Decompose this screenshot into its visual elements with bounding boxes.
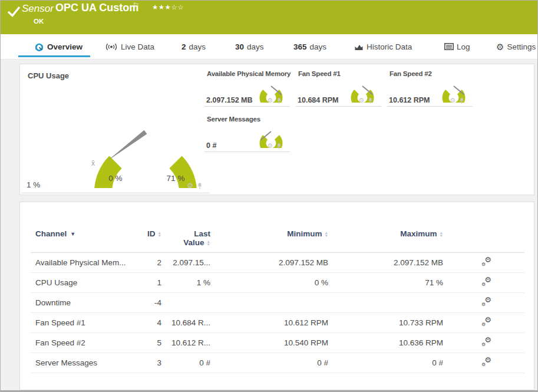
tab-label: Live Data — [121, 42, 154, 51]
area-chart-icon — [354, 43, 364, 51]
sensor-name: OPC UA Custom — [55, 2, 138, 14]
mini-gauge-tile: Available Physical Memory 2.097.152 MB ⚙ — [204, 69, 290, 107]
tab-30-days[interactable]: 30 days — [235, 34, 264, 59]
column-header-maximum[interactable]: Maximum▲▼ — [328, 229, 443, 238]
tab-number: 2 — [181, 42, 186, 51]
table-row: Downtime -4 ⚙⚙ — [31, 293, 524, 313]
channels-table: Channel▼ ID▲▼ LastValue▲▼ Minimum▲▼ Maxi… — [31, 202, 524, 373]
tab-label: Settings — [507, 42, 536, 51]
status-badge: OK — [34, 18, 44, 25]
mini-gauge-tile: Fan Speed #2 10.612 RPM ⚙ — [387, 69, 473, 107]
tab-label: Historic Data — [367, 42, 412, 51]
cell-minimum: 10.540 RPM — [210, 338, 328, 347]
cell-maximum: 2.097.152 MB — [328, 258, 443, 267]
table-header-row: Channel▼ ID▲▼ LastValue▲▼ Minimum▲▼ Maxi… — [31, 225, 524, 253]
log-list-icon — [444, 43, 454, 50]
channel-settings-icon[interactable]: ⚙⚙ — [481, 317, 491, 327]
mini-gauge-grid: Available Physical Memory 2.097.152 MB ⚙ — [204, 69, 473, 152]
priority-stars[interactable]: ★★★☆☆ — [152, 3, 184, 11]
cell-id: -4 — [143, 298, 161, 307]
broadcast-icon — [105, 43, 118, 51]
average-marker-label: x̄ — [91, 159, 95, 167]
cell-last-value: 10.612 R... — [161, 338, 210, 347]
cell-last-value: 1 % — [161, 278, 210, 287]
prtg-window: Sensor OPC UA Custom ⚐ ★★★☆☆ OK Overview… — [0, 0, 538, 392]
tab-historic-data[interactable]: Historic Data — [354, 34, 412, 59]
pin-icon[interactable] — [459, 98, 464, 104]
table-row: CPU Usage 1 1 % 0 % 71 % ⚙⚙ — [31, 273, 524, 293]
active-tab-underline — [18, 55, 90, 57]
cell-channel: CPU Usage — [31, 278, 143, 287]
column-header-minimum[interactable]: Minimum▲▼ — [210, 229, 328, 238]
sort-icon: ▲▼ — [440, 231, 443, 237]
cell-maximum: 10.733 RPM — [328, 318, 443, 327]
mini-gauge-tile: Fan Speed #1 10.684 RPM ⚙ — [296, 69, 381, 107]
sensor-header: Sensor OPC UA Custom ⚐ ★★★☆☆ OK — [1, 1, 537, 34]
cell-minimum: 0 % — [210, 278, 328, 287]
tab-2-days[interactable]: 2 days — [181, 34, 206, 59]
column-header-channel[interactable]: Channel▼ — [31, 229, 143, 238]
ok-check-icon — [7, 6, 21, 17]
column-header-id[interactable]: ID▲▼ — [143, 229, 161, 238]
mini-gauge-tile: Server Messages 0 # ⚙ — [204, 114, 290, 152]
table-row: Fan Speed #2 5 10.612 R... 10.540 RPM 10… — [31, 333, 524, 353]
channel-settings-icon[interactable]: ⚙⚙ — [481, 357, 491, 367]
main-content: CPU Usage x̄ 0 % 71 % 1 % ⚙ — [1, 60, 537, 390]
table-row: Server Messages 3 0 # 0 # 0 # ⚙⚙ — [31, 353, 524, 373]
gauge-icon — [34, 42, 44, 51]
gear-icon[interactable]: ⚙ — [187, 182, 193, 189]
cpu-usage-gauge-tile: CPU Usage x̄ 0 % 71 % 1 % ⚙ — [21, 67, 210, 193]
sort-icon: ▲▼ — [207, 240, 210, 246]
channels-table-panel: Channel▼ ID▲▼ LastValue▲▼ Minimum▲▼ Maxi… — [19, 202, 534, 390]
cell-minimum: 2.097.152 MB — [210, 258, 328, 267]
tab-label: days — [247, 42, 264, 51]
cell-maximum: 0 # — [328, 358, 443, 367]
cell-minimum: 0 # — [210, 358, 328, 367]
tab-365-days[interactable]: 365 days — [293, 34, 326, 59]
channel-settings-icon[interactable]: ⚙⚙ — [481, 337, 491, 347]
channel-settings-icon[interactable]: ⚙⚙ — [481, 277, 491, 286]
mini-gauge-value: 10.684 RPM — [298, 96, 338, 104]
gear-icon[interactable]: ⚙ — [267, 97, 273, 104]
tab-number: 30 — [235, 42, 244, 51]
mini-gauge-title: Fan Speed #2 — [390, 70, 432, 77]
gear-icon[interactable]: ⚙ — [267, 143, 273, 149]
cell-last-value: 2.097.15... — [161, 258, 210, 267]
pin-icon[interactable] — [368, 98, 373, 104]
gauge-needle — [107, 130, 147, 161]
table-body: Available Physical Mem... 2 2.097.15... … — [31, 253, 524, 373]
stars-empty: ☆☆ — [171, 4, 184, 11]
sensor-kind-label: Sensor — [22, 3, 54, 15]
tab-bar: Overview Live Data 2 days 30 days 365 da… — [1, 34, 537, 60]
sort-desc-icon: ▼ — [70, 231, 75, 237]
cell-id: 3 — [143, 358, 161, 367]
column-header-last-value[interactable]: LastValue▲▼ — [161, 229, 210, 247]
gauge-current-value: 1 % — [27, 180, 40, 189]
tab-label: days — [189, 42, 206, 51]
cell-last-value: 10.684 R... — [161, 318, 210, 327]
cell-id: 5 — [143, 338, 161, 347]
mini-gauge-value: 0 # — [206, 141, 216, 150]
flag-icon[interactable]: ⚐ — [133, 1, 140, 10]
tab-log[interactable]: Log — [444, 34, 470, 59]
gear-icon[interactable]: ⚙ — [450, 97, 456, 104]
tab-live-data[interactable]: Live Data — [105, 34, 154, 59]
mini-gauge-title: Fan Speed #1 — [298, 70, 341, 77]
channel-settings-icon[interactable]: ⚙⚙ — [481, 297, 491, 307]
tab-label: Overview — [47, 42, 82, 51]
pin-icon[interactable] — [197, 183, 203, 189]
mini-gauge-value: 10.612 RPM — [389, 96, 430, 104]
channel-settings-icon[interactable]: ⚙⚙ — [481, 257, 491, 266]
cell-minimum: 10.612 RPM — [210, 318, 328, 327]
cell-last-value: 0 # — [161, 358, 210, 367]
pin-icon[interactable] — [276, 98, 282, 104]
cell-id: 2 — [143, 258, 161, 267]
cell-channel: Fan Speed #1 — [31, 318, 143, 327]
cell-maximum: 10.636 RPM — [328, 338, 443, 347]
table-row: Available Physical Mem... 2 2.097.15... … — [31, 253, 524, 273]
pin-icon[interactable] — [276, 143, 282, 149]
tab-settings[interactable]: ⚙ Settings — [496, 34, 536, 59]
table-row: Fan Speed #1 4 10.684 R... 10.612 RPM 10… — [31, 313, 524, 333]
cell-maximum: 71 % — [328, 278, 443, 287]
gear-icon[interactable]: ⚙ — [358, 97, 364, 104]
